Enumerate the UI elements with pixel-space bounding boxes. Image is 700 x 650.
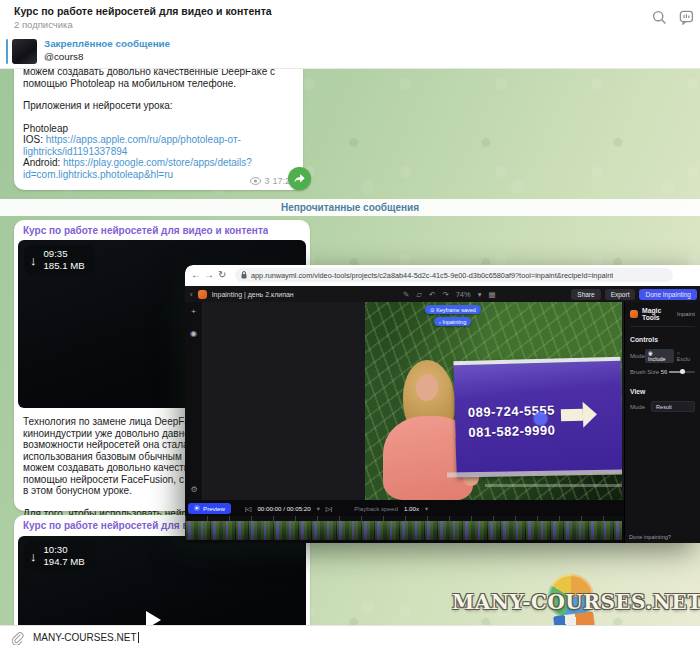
pinned-message-bar[interactable]: Закреплённое сообщение @cours8 <box>0 35 700 69</box>
view-mode-label: Mode <box>630 404 645 410</box>
caret-icon[interactable]: ▾ <box>317 505 320 512</box>
pinned-thumbnail <box>12 39 37 64</box>
view-heading: View <box>630 388 695 395</box>
mode-include-option[interactable]: ◉ Include <box>645 349 674 363</box>
share-button[interactable]: Share <box>571 289 600 300</box>
runway-logo-icon <box>198 290 207 299</box>
redo-icon[interactable]: ↷ <box>442 290 448 299</box>
editor-canvas[interactable]: 089-724-5555 081-582-9990 ⊙ Keyframe sav… <box>203 302 624 500</box>
attach-paperclip-icon[interactable] <box>10 631 24 645</box>
toast-inpainting: ‹ Inpainting <box>434 317 471 326</box>
video-duration: 10:30 <box>44 544 68 555</box>
browser-back-icon[interactable]: ← <box>191 269 201 280</box>
mode-label: Mode <box>630 353 645 359</box>
unread-label: Непрочитанные сообщения <box>281 202 419 213</box>
play-icon: ▶ <box>194 505 200 511</box>
undo-icon[interactable]: ↶ <box>429 290 435 299</box>
runway-toolbar: ‹ Inpainting | день 2.клипан ✎ ▱ ↶ ↷ 74%… <box>185 286 700 302</box>
download-icon: ↓ <box>30 550 37 563</box>
search-icon[interactable] <box>652 10 667 25</box>
grid-icon[interactable]: ▦ <box>488 290 495 299</box>
text-cursor <box>138 632 139 643</box>
ios-label: IOS: <box>23 134 46 145</box>
browser-toolbar: ← → ↻ app.runwayml.com/video-tools/proje… <box>185 265 700 286</box>
timeline-filmstrip[interactable] <box>185 521 622 540</box>
browser-reload-icon[interactable]: ↻ <box>218 269 226 280</box>
caret-icon: ▾ <box>478 290 482 299</box>
share-arrow-icon <box>293 172 306 185</box>
add-layer-icon[interactable]: + <box>191 308 196 316</box>
android-app-link[interactable]: id=com.lightricks.photoleap&hl=ru <box>23 169 173 180</box>
done-inpainting-button[interactable]: Done Inpainting <box>639 289 697 300</box>
video-size: 194.7 MB <box>44 556 85 567</box>
done-inpainting-question[interactable]: Done inpainting? <box>629 534 671 540</box>
browser-forward-icon[interactable]: → <box>204 269 214 280</box>
watermark-text: MANY-COURSES.NET <box>452 590 698 614</box>
video-duration: 09:35 <box>44 248 68 259</box>
caret-icon: ▾ <box>425 505 428 512</box>
project-name[interactable]: Inpainting | день 2.клипан <box>212 291 294 298</box>
phone-number-2: 081-582-9990 <box>468 423 555 440</box>
magic-tools-icon <box>630 310 638 318</box>
visibility-icon[interactable]: ◉ <box>190 330 197 338</box>
url-text: app.runwayml.com/video-tools/projects/c2… <box>251 271 613 280</box>
skip-end-icon[interactable]: ▷| <box>326 505 332 512</box>
address-bar[interactable]: app.runwayml.com/video-tools/projects/c2… <box>235 268 673 282</box>
download-pill[interactable]: ↓ 10:30 194.7 MB <box>24 541 95 571</box>
left-tool-strip: + ◉ ⚙ <box>185 302 203 500</box>
pinned-label: Закреплённое сообщение <box>44 38 170 49</box>
telegram-window: Курс по работе нейросетей для видео и ко… <box>0 0 700 650</box>
pinned-accent-line <box>6 39 8 64</box>
subscriber-count: 2 подписчика <box>14 19 73 30</box>
timecode: 00:00:00 / 00:05:20 <box>257 505 310 512</box>
composer-input[interactable]: MANY-COURSES.NET <box>33 632 139 643</box>
unread-messages-divider: Непрочитанные сообщения <box>0 199 700 216</box>
message-line: Photoleap <box>23 123 294 135</box>
composer-text: MANY-COURSES.NET <box>33 632 137 643</box>
panel-title: Magic Tools <box>642 307 673 321</box>
preview-button[interactable]: ▶ Preview <box>188 503 231 514</box>
toolbar-actions: Share Export Done Inpainting <box>571 289 697 300</box>
eraser-tool-icon[interactable]: ▱ <box>416 290 422 299</box>
brush-size-value: 56 <box>661 369 668 375</box>
video-size: 185.1 MB <box>44 260 85 271</box>
magic-tools-panel: Magic Tools Inpaint Controls Mode ◉ Incl… <box>624 302 700 543</box>
zoom-level[interactable]: 74% <box>456 290 471 299</box>
skip-start-icon[interactable]: |◁ <box>245 505 251 512</box>
message-line: помощью Photoleap на мобильном телефоне. <box>23 78 294 90</box>
view-mode-select[interactable]: Result <box>651 401 695 412</box>
railing <box>485 484 622 487</box>
ios-app-link[interactable]: lightricks/id1191337894 <box>23 146 127 157</box>
runway-browser-screenshot: ← → ↻ app.runwayml.com/video-tools/proje… <box>185 265 700 543</box>
download-icon: ↓ <box>30 254 37 267</box>
ios-app-link[interactable]: https://apps.apple.com/ru/app/photoleap-… <box>46 134 241 145</box>
views-eye-icon <box>250 177 261 185</box>
pinned-username: @cours8 <box>44 51 83 62</box>
sign-arrow <box>561 409 583 422</box>
video-frame[interactable]: 089-724-5555 081-582-9990 <box>365 302 622 500</box>
discussion-icon[interactable] <box>679 10 694 25</box>
channel-name-label[interactable]: Курс по работе нейросетей для видео и ко… <box>23 225 268 236</box>
back-icon[interactable]: ‹ <box>190 290 193 299</box>
android-app-link[interactable]: https://play.google.com/store/apps/detai… <box>63 157 252 168</box>
transport-bar: ▶ Preview |◁ 00:00:00 / 00:05:20 ▾ ▷| Pl… <box>185 500 624 516</box>
brush-tool-icon[interactable]: ✎ <box>403 290 409 299</box>
forward-button[interactable] <box>288 167 311 190</box>
playback-speed-label: Playback speed <box>354 505 398 512</box>
toast-keyframe-saved: ⊙ Keyframe saved <box>425 305 481 314</box>
lock-icon <box>241 271 247 279</box>
canvas-tools: ✎ ▱ ↶ ↷ 74% ▾ ▦ <box>403 290 496 299</box>
playback-speed-value[interactable]: 1.00x <box>404 505 419 512</box>
mode-exclude-option[interactable]: ○ Exclu <box>676 349 695 363</box>
controls-heading: Controls <box>630 336 695 343</box>
brush-size-slider[interactable] <box>669 371 695 374</box>
download-pill[interactable]: ↓ 09:35 185.1 MB <box>24 245 95 275</box>
message-composer[interactable]: MANY-COURSES.NET <box>0 625 700 650</box>
brush-size-label: Brush Size <box>630 369 659 375</box>
export-button[interactable]: Export <box>605 289 636 300</box>
panel-tab-inpaint[interactable]: Inpaint <box>677 311 695 317</box>
message-bubble-photoleap: можем создавать довольно качественные De… <box>14 61 303 190</box>
android-label: Android: <box>23 157 63 168</box>
chat-header: Курс по работе нейросетей для видео и ко… <box>0 0 700 36</box>
settings-gear-icon[interactable]: ⚙ <box>185 485 203 494</box>
